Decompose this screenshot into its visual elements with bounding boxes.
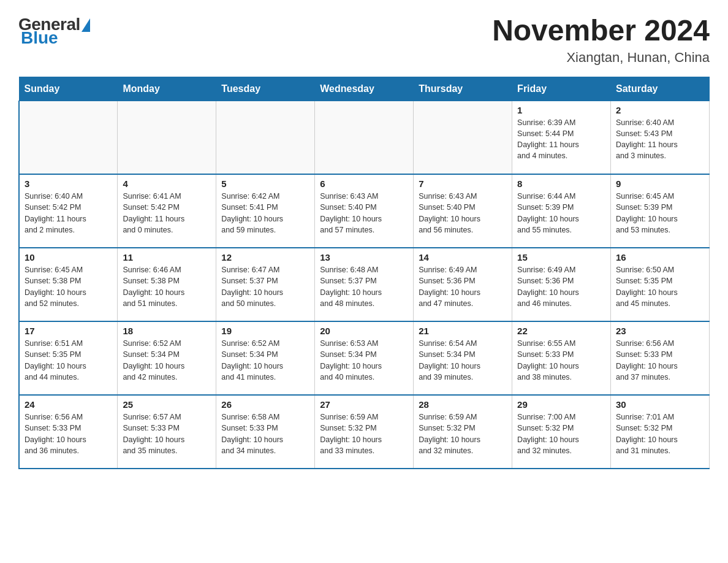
- day-number: 17: [25, 326, 112, 336]
- calendar-cell: 19Sunrise: 6:52 AMSunset: 5:34 PMDayligh…: [216, 321, 315, 395]
- day-number: 24: [25, 399, 112, 410]
- day-number: 4: [123, 178, 211, 189]
- day-number: 16: [616, 252, 704, 262]
- calendar-cell: [315, 101, 414, 174]
- col-header-thursday: Thursday: [414, 77, 512, 101]
- day-info: Sunrise: 6:47 AMSunset: 5:37 PMDaylight:…: [221, 266, 283, 307]
- day-info: Sunrise: 6:49 AMSunset: 5:36 PMDaylight:…: [517, 266, 579, 307]
- day-number: 5: [221, 178, 309, 189]
- calendar-cell: 29Sunrise: 7:00 AMSunset: 5:32 PMDayligh…: [512, 395, 611, 469]
- day-info: Sunrise: 6:53 AMSunset: 5:34 PMDaylight:…: [320, 339, 382, 381]
- calendar-cell: 9Sunrise: 6:45 AMSunset: 5:39 PMDaylight…: [611, 174, 710, 248]
- calendar-cell: 27Sunrise: 6:59 AMSunset: 5:32 PMDayligh…: [315, 395, 414, 469]
- calendar-cell: 24Sunrise: 6:56 AMSunset: 5:33 PMDayligh…: [19, 395, 118, 469]
- day-info: Sunrise: 6:40 AMSunset: 5:43 PMDaylight:…: [616, 118, 678, 160]
- calendar-cell: 21Sunrise: 6:54 AMSunset: 5:34 PMDayligh…: [414, 321, 512, 395]
- day-number: 11: [123, 252, 211, 262]
- day-info: Sunrise: 6:48 AMSunset: 5:37 PMDaylight:…: [320, 266, 382, 307]
- day-info: Sunrise: 6:44 AMSunset: 5:39 PMDaylight:…: [517, 192, 579, 234]
- day-info: Sunrise: 6:59 AMSunset: 5:32 PMDaylight:…: [320, 413, 382, 454]
- calendar-cell: [19, 101, 118, 174]
- calendar-cell: 23Sunrise: 6:56 AMSunset: 5:33 PMDayligh…: [611, 321, 710, 395]
- day-info: Sunrise: 6:43 AMSunset: 5:40 PMDaylight:…: [419, 192, 480, 234]
- day-number: 7: [419, 178, 507, 189]
- day-info: Sunrise: 6:57 AMSunset: 5:33 PMDaylight:…: [123, 413, 184, 454]
- day-info: Sunrise: 6:42 AMSunset: 5:41 PMDaylight:…: [221, 192, 283, 234]
- calendar-cell: [216, 101, 315, 174]
- calendar-cell: 4Sunrise: 6:41 AMSunset: 5:42 PMDaylight…: [118, 174, 216, 248]
- day-info: Sunrise: 6:56 AMSunset: 5:33 PMDaylight:…: [25, 413, 86, 454]
- calendar-cell: 5Sunrise: 6:42 AMSunset: 5:41 PMDaylight…: [216, 174, 315, 248]
- calendar-cell: [414, 101, 512, 174]
- page-header: General Blue November 2024 Xiangtan, Hun…: [18, 15, 710, 66]
- day-number: 20: [320, 326, 408, 336]
- day-number: 6: [320, 178, 408, 189]
- logo-triangle-icon: [82, 18, 90, 32]
- calendar-cell: 18Sunrise: 6:52 AMSunset: 5:34 PMDayligh…: [118, 321, 216, 395]
- day-info: Sunrise: 6:45 AMSunset: 5:39 PMDaylight:…: [616, 192, 678, 234]
- day-number: 8: [517, 178, 605, 189]
- month-year-title: November 2024: [492, 15, 710, 47]
- calendar-cell: [118, 101, 216, 174]
- day-number: 22: [517, 326, 605, 336]
- day-info: Sunrise: 6:58 AMSunset: 5:33 PMDaylight:…: [221, 413, 283, 454]
- calendar-cell: 15Sunrise: 6:49 AMSunset: 5:36 PMDayligh…: [512, 248, 611, 321]
- calendar-cell: 6Sunrise: 6:43 AMSunset: 5:40 PMDaylight…: [315, 174, 414, 248]
- calendar-cell: 17Sunrise: 6:51 AMSunset: 5:35 PMDayligh…: [19, 321, 118, 395]
- day-info: Sunrise: 6:40 AMSunset: 5:42 PMDaylight:…: [25, 192, 86, 234]
- day-info: Sunrise: 6:41 AMSunset: 5:42 PMDaylight:…: [123, 192, 184, 234]
- day-number: 10: [25, 252, 112, 262]
- calendar-cell: 20Sunrise: 6:53 AMSunset: 5:34 PMDayligh…: [315, 321, 414, 395]
- calendar-cell: 8Sunrise: 6:44 AMSunset: 5:39 PMDaylight…: [512, 174, 611, 248]
- day-number: 13: [320, 252, 408, 262]
- day-number: 25: [123, 399, 211, 410]
- col-header-monday: Monday: [118, 77, 216, 101]
- day-number: 12: [221, 252, 309, 262]
- day-number: 21: [419, 326, 507, 336]
- day-info: Sunrise: 6:49 AMSunset: 5:36 PMDaylight:…: [419, 266, 480, 307]
- location-subtitle: Xiangtan, Hunan, China: [492, 50, 710, 66]
- col-header-tuesday: Tuesday: [216, 77, 315, 101]
- day-info: Sunrise: 6:50 AMSunset: 5:35 PMDaylight:…: [616, 266, 678, 307]
- calendar-cell: 1Sunrise: 6:39 AMSunset: 5:44 PMDaylight…: [512, 101, 611, 174]
- calendar-cell: 2Sunrise: 6:40 AMSunset: 5:43 PMDaylight…: [611, 101, 710, 174]
- day-info: Sunrise: 6:51 AMSunset: 5:35 PMDaylight:…: [25, 339, 86, 381]
- day-info: Sunrise: 6:54 AMSunset: 5:34 PMDaylight:…: [419, 339, 480, 381]
- calendar-cell: 28Sunrise: 6:59 AMSunset: 5:32 PMDayligh…: [414, 395, 512, 469]
- day-info: Sunrise: 6:56 AMSunset: 5:33 PMDaylight:…: [616, 339, 678, 381]
- day-info: Sunrise: 6:46 AMSunset: 5:38 PMDaylight:…: [123, 266, 184, 307]
- day-info: Sunrise: 6:52 AMSunset: 5:34 PMDaylight:…: [221, 339, 283, 381]
- calendar-cell: 7Sunrise: 6:43 AMSunset: 5:40 PMDaylight…: [414, 174, 512, 248]
- calendar-week-1: 1Sunrise: 6:39 AMSunset: 5:44 PMDaylight…: [19, 101, 710, 174]
- calendar-week-4: 17Sunrise: 6:51 AMSunset: 5:35 PMDayligh…: [19, 321, 710, 395]
- calendar-cell: 3Sunrise: 6:40 AMSunset: 5:42 PMDaylight…: [19, 174, 118, 248]
- title-block: November 2024 Xiangtan, Hunan, China: [492, 15, 710, 66]
- calendar-cell: 12Sunrise: 6:47 AMSunset: 5:37 PMDayligh…: [216, 248, 315, 321]
- calendar-header-row: SundayMondayTuesdayWednesdayThursdayFrid…: [19, 77, 710, 101]
- day-number: 3: [25, 178, 112, 189]
- day-number: 23: [616, 326, 704, 336]
- day-info: Sunrise: 6:39 AMSunset: 5:44 PMDaylight:…: [517, 118, 579, 160]
- day-info: Sunrise: 6:43 AMSunset: 5:40 PMDaylight:…: [320, 192, 382, 234]
- col-header-friday: Friday: [512, 77, 611, 101]
- calendar-week-3: 10Sunrise: 6:45 AMSunset: 5:38 PMDayligh…: [19, 248, 710, 321]
- day-number: 14: [419, 252, 507, 262]
- col-header-wednesday: Wednesday: [315, 77, 414, 101]
- calendar-week-2: 3Sunrise: 6:40 AMSunset: 5:42 PMDaylight…: [19, 174, 710, 248]
- calendar-cell: 25Sunrise: 6:57 AMSunset: 5:33 PMDayligh…: [118, 395, 216, 469]
- day-number: 19: [221, 326, 309, 336]
- day-number: 9: [616, 178, 704, 189]
- day-number: 30: [616, 399, 704, 410]
- col-header-sunday: Sunday: [19, 77, 118, 101]
- day-number: 15: [517, 252, 605, 262]
- day-number: 2: [616, 105, 704, 115]
- calendar-week-5: 24Sunrise: 6:56 AMSunset: 5:33 PMDayligh…: [19, 395, 710, 469]
- day-number: 29: [517, 399, 605, 410]
- calendar-cell: 16Sunrise: 6:50 AMSunset: 5:35 PMDayligh…: [611, 248, 710, 321]
- calendar-cell: 26Sunrise: 6:58 AMSunset: 5:33 PMDayligh…: [216, 395, 315, 469]
- day-info: Sunrise: 6:59 AMSunset: 5:32 PMDaylight:…: [419, 413, 480, 454]
- calendar-cell: 14Sunrise: 6:49 AMSunset: 5:36 PMDayligh…: [414, 248, 512, 321]
- logo: General Blue: [18, 15, 90, 48]
- day-number: 18: [123, 326, 211, 336]
- day-number: 1: [517, 105, 605, 115]
